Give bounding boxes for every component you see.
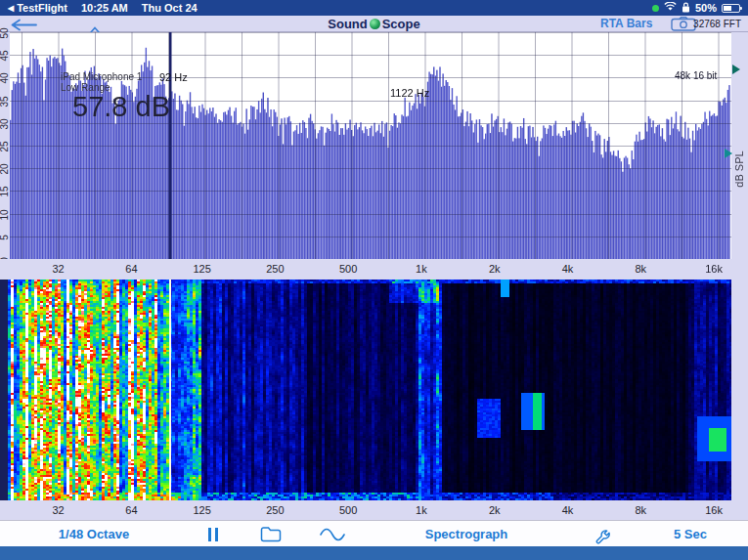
x-tick-label: 8k — [635, 504, 646, 516]
x-tick-label: 1k — [416, 263, 427, 275]
x-tick-label: 500 — [339, 263, 357, 275]
x-tick-label: 2k — [489, 504, 501, 516]
y-tick-label: 15 — [0, 185, 10, 198]
status-left: ◀ TestFlight 10:25 AM Thu Oct 24 — [0, 2, 198, 14]
x-tick-label: 8k — [635, 263, 646, 275]
bottom-toolbar: 1/48 Octave Spectrograph 5 Sec — [0, 520, 748, 546]
battery-icon — [722, 4, 740, 13]
spectrograph-panel — [0, 280, 748, 500]
pause-button[interactable] — [206, 521, 220, 547]
folder-button[interactable] — [260, 521, 282, 547]
cursor-level-readout: 57.8 dB — [72, 91, 170, 123]
settings-button[interactable] — [594, 521, 613, 547]
app-title-suffix: Scope — [382, 17, 420, 31]
x-tick-label: 64 — [125, 504, 137, 516]
back-to-testflight-button[interactable]: ◀ TestFlight — [8, 2, 67, 14]
x-tick-label: 250 — [266, 504, 284, 516]
back-triangle-icon: ◀ — [8, 4, 14, 13]
x-tick-label: 500 — [339, 504, 357, 516]
app-title-prefix: Sound — [328, 17, 367, 31]
x-tick-label: 1k — [416, 504, 427, 516]
battery-percent-label: 50% — [695, 2, 717, 14]
fft-size-label: 32768 FFT — [693, 19, 741, 29]
frequency-axis-top: 32641252505001k2k4k8k16k — [0, 259, 748, 280]
peak-frequency-label: 1122 Hz — [390, 87, 429, 99]
y-tick-label: 35 — [0, 95, 10, 108]
wrench-icon — [594, 524, 613, 544]
y-tick-label: 20 — [0, 162, 10, 176]
x-tick-label: 125 — [193, 504, 210, 516]
rta-spectrum-chart: 50454035302520151050 dB SPL iPad Microph… — [0, 32, 748, 259]
x-tick-label: 250 — [266, 263, 284, 275]
rta-bars-mode-button[interactable]: RTA Bars — [600, 17, 652, 30]
spectrograph-left-edge — [0, 280, 8, 500]
y-tick-label: 30 — [0, 117, 10, 131]
input-source-label: iPad Microphone 1 Low Range — [61, 71, 162, 93]
folder-icon — [260, 526, 282, 542]
y-tick-label: 45 — [0, 49, 10, 63]
pause-icon — [208, 528, 211, 541]
soundscope-logo-icon — [370, 19, 380, 29]
x-tick-label: 64 — [125, 263, 137, 275]
bottom-bar — [0, 546, 748, 560]
date-label: Thu Oct 24 — [142, 2, 198, 14]
x-tick-label: 32 — [53, 504, 65, 516]
spectrograph-canvas[interactable] — [8, 280, 731, 500]
title-bar: Sound Scope RTA Bars 32768 FFT — [0, 16, 748, 32]
signal-generator-button[interactable] — [320, 521, 345, 547]
view-mode-button[interactable]: Spectrograph — [425, 521, 508, 547]
cursor-frequency-label: 92 Hz — [159, 71, 188, 83]
max-marker-triangle-icon — [732, 65, 740, 74]
x-tick-label: 32 — [53, 263, 65, 275]
y-tick-label: 25 — [0, 140, 10, 153]
level-marker-triangle-icon — [725, 149, 732, 158]
x-tick-label: 16k — [705, 263, 723, 275]
soundscope-app: ◀ TestFlight 10:25 AM Thu Oct 24 50% — [0, 0, 748, 560]
octave-resolution-button[interactable]: 1/48 Octave — [59, 521, 129, 547]
y-tick-label: 40 — [0, 71, 10, 85]
x-tick-label: 125 — [193, 263, 210, 275]
sample-format-label: 48k 16 bit — [675, 70, 717, 81]
ios-status-bar: ◀ TestFlight 10:25 AM Thu Oct 24 50% — [0, 0, 748, 16]
status-right: 50% — [652, 2, 748, 15]
mic-in-use-dot-icon — [652, 5, 659, 12]
y-tick-label: 50 — [0, 26, 10, 40]
x-tick-label: 4k — [562, 504, 574, 516]
y-tick-label: 5 — [0, 231, 10, 244]
db-spl-axis-label: dB SPL — [710, 160, 748, 178]
orientation-lock-icon — [682, 2, 690, 15]
back-app-label: TestFlight — [17, 2, 67, 14]
x-tick-label: 16k — [705, 504, 723, 516]
wifi-icon — [664, 2, 677, 14]
y-tick-label: 10 — [0, 208, 10, 222]
frequency-axis-bottom: 32641252505001k2k4k8k16k — [0, 500, 748, 520]
time-span-button[interactable]: 5 Sec — [674, 521, 707, 547]
x-tick-label: 2k — [489, 263, 501, 275]
x-tick-label: 4k — [562, 263, 574, 275]
pause-icon — [215, 528, 218, 541]
rta-spectrum-canvas[interactable] — [10, 32, 731, 259]
clock-label: 10:25 AM — [81, 2, 128, 14]
sine-wave-icon — [320, 527, 345, 542]
